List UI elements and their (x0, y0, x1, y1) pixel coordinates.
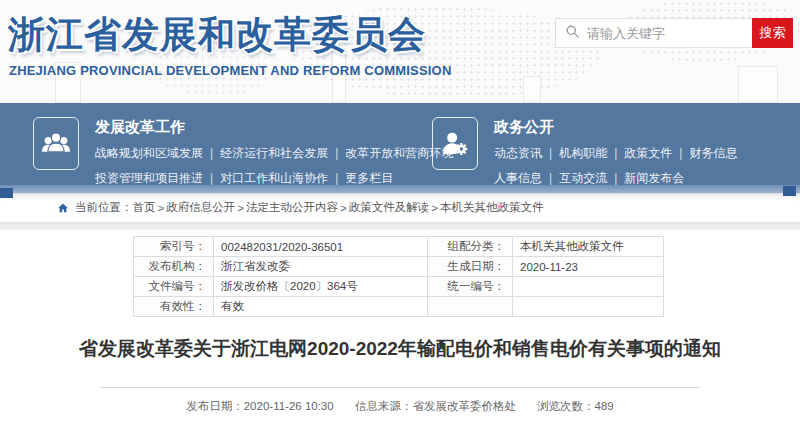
meta-label-issuing-agency: 发布机构： (134, 257, 214, 277)
meta-value-empty (513, 297, 664, 317)
nav-separator: | (679, 146, 682, 160)
breadcrumb-statutory-disclosure[interactable]: 法定主动公开内容 (246, 200, 338, 215)
publish-date-value: 2020-11-26 10:30 (244, 400, 334, 412)
skyline-decoration (523, 76, 541, 103)
breadcrumb-policy-docs[interactable]: 政策文件及解读 (349, 200, 430, 215)
breadcrumb: 当前位置： 首页 > 政府信息公开 > 法定主动公开内容 > 政策文件及解读 >… (0, 193, 800, 222)
view-count-value: 489 (595, 400, 614, 412)
nav-link-news[interactable]: 动态资讯 (494, 146, 542, 160)
meta-value-validity: 有效 (214, 297, 428, 317)
nav-title-development[interactable]: 发展改革工作 (95, 118, 185, 137)
meta-value-unified-number (513, 277, 664, 297)
nav-link-policy-documents[interactable]: 政策文件 (624, 146, 672, 160)
search-bar: 搜索 (555, 18, 793, 48)
search-button[interactable]: 搜索 (752, 18, 793, 48)
meta-value-date-generated: 2020-11-23 (513, 257, 664, 277)
site-title-en: ZHEJIANG PROVINCIAL DEVELOPMENT AND REFO… (9, 63, 452, 78)
site-header: 浙江省发展和改革委员会 ZHEJIANG PROVINCIAL DEVELOPM… (0, 0, 800, 103)
publish-source: 信息来源：省发展改革委价格处 (355, 400, 516, 412)
meta-label-unified-number: 统一编号： (428, 277, 513, 297)
primary-nav: 发展改革工作 战略规划和区域发展|经济运行和社会发展|改革开放和营商环境 投资管… (0, 103, 800, 185)
nav-separator: | (210, 146, 213, 160)
nav-link-economic-operation[interactable]: 经济运行和社会发展 (220, 146, 328, 160)
breadcrumb-separator: > (237, 202, 244, 214)
meta-label-validity: 有效性： (134, 297, 214, 317)
nav-separator: | (549, 171, 552, 185)
breadcrumb-separator: > (340, 202, 347, 214)
nav-section-development: 发展改革工作 战略规划和区域发展|经济运行和社会发展|改革开放和营商环境 投资管… (33, 117, 453, 187)
nav-link-investment-management[interactable]: 投资管理和项目推进 (95, 171, 203, 185)
nav-text-development: 发展改革工作 战略规划和区域发展|经济运行和社会发展|改革开放和营商环境 投资管… (95, 117, 453, 187)
search-input[interactable] (587, 26, 743, 41)
meta-value-doc-number: 浙发改价格〔2020〕364号 (214, 277, 428, 297)
breadcrumb-gov-info[interactable]: 政府信息公开 (166, 200, 235, 215)
search-input-wrap (555, 18, 752, 48)
meta-row: 文件编号： 浙发改价格〔2020〕364号 统一编号： (134, 277, 664, 297)
view-count-label: 浏览次数： (537, 400, 595, 412)
publish-source-value: 省发展改革委价格处 (412, 400, 516, 412)
document-meta-table: 索引号： 002482031/2020-36501 组配分类： 本机关其他政策文… (133, 236, 664, 317)
meta-row: 发布机构： 浙江省发改委 生成日期： 2020-11-23 (134, 257, 664, 277)
nav-link-personnel-info[interactable]: 人事信息 (494, 171, 542, 185)
breadcrumb-home[interactable]: 首页 (133, 200, 156, 215)
breadcrumb-other-policy-docs[interactable]: 本机关其他政策文件 (440, 200, 544, 215)
nav-link-org-functions[interactable]: 机构职能 (559, 146, 607, 160)
nav-text-gov-disclosure: 政务公开 动态资讯|机构职能|政策文件|财务信息 人事信息|互动交流|新闻发布会 (494, 117, 737, 187)
nav-bottom-strip (0, 185, 800, 193)
meta-label-index-no: 索引号： (134, 237, 214, 257)
meta-label-doc-number: 文件编号： (134, 277, 214, 297)
page-title: 省发展改革委关于浙江电网2020-2022年输配电价和销售电价有关事项的通知 (0, 336, 800, 362)
meta-row: 有效性： 有效 (134, 297, 664, 317)
home-icon (57, 202, 69, 214)
meta-label-empty (428, 297, 513, 317)
nav-link-financial-info[interactable]: 财务信息 (689, 146, 737, 160)
skyline-decoration (738, 66, 778, 103)
publish-source-label: 信息来源： (355, 400, 413, 412)
meta-value-issuing-agency: 浙江省发改委 (214, 257, 428, 277)
nav-link-press-conference[interactable]: 新闻发布会 (624, 171, 684, 185)
document-content: 索引号： 002482031/2020-36501 组配分类： 本机关其他政策文… (0, 230, 800, 421)
meta-value-category: 本机关其他政策文件 (513, 237, 664, 257)
nav-section-gov-disclosure: 政务公开 动态资讯|机构职能|政策文件|财务信息 人事信息|互动交流|新闻发布会 (432, 117, 737, 187)
site-title-cn: 浙江省发展和改革委员会 (8, 10, 426, 60)
breadcrumb-prefix: 当前位置： (75, 200, 133, 215)
nav-title-gov-disclosure[interactable]: 政务公开 (494, 118, 554, 137)
nav-row: 战略规划和区域发展|经济运行和社会发展|改革开放和营商环境 (95, 145, 453, 162)
nav-separator: | (614, 171, 617, 185)
people-group-icon (33, 117, 79, 170)
meta-value-index-no: 002482031/2020-36501 (214, 237, 428, 257)
meta-row: 索引号： 002482031/2020-36501 组配分类： 本机关其他政策文… (134, 237, 664, 257)
nav-separator: | (549, 146, 552, 160)
nav-link-more-columns[interactable]: 更多栏目 (345, 171, 393, 185)
decoration-cap-right (783, 186, 796, 196)
nav-separator: | (210, 171, 213, 185)
search-icon (565, 24, 580, 43)
title-divider (100, 387, 700, 388)
person-gear-icon (432, 117, 478, 170)
nav-separator: | (335, 171, 338, 185)
nav-separator: | (335, 146, 338, 160)
view-count: 浏览次数：489 (537, 400, 614, 412)
nav-separator: | (614, 146, 617, 160)
breadcrumb-separator: > (158, 202, 165, 214)
meta-label-date-generated: 生成日期： (428, 257, 513, 277)
nav-link-strategic-planning[interactable]: 战略规划和区域发展 (95, 146, 203, 160)
breadcrumb-separator: > (431, 202, 438, 214)
nav-link-counterpart-work[interactable]: 对口工作和山海协作 (220, 171, 328, 185)
decoration-cap-left (0, 188, 13, 198)
publish-date-label: 发布日期： (186, 400, 244, 412)
meta-label-category: 组配分类： (428, 237, 513, 257)
nav-link-interaction[interactable]: 互动交流 (559, 171, 607, 185)
publish-date: 发布日期：2020-11-26 10:30 (186, 400, 333, 412)
publish-info: 发布日期：2020-11-26 10:30 信息来源：省发展改革委价格处 浏览次… (0, 399, 800, 414)
nav-row: 动态资讯|机构职能|政策文件|财务信息 (494, 145, 737, 162)
